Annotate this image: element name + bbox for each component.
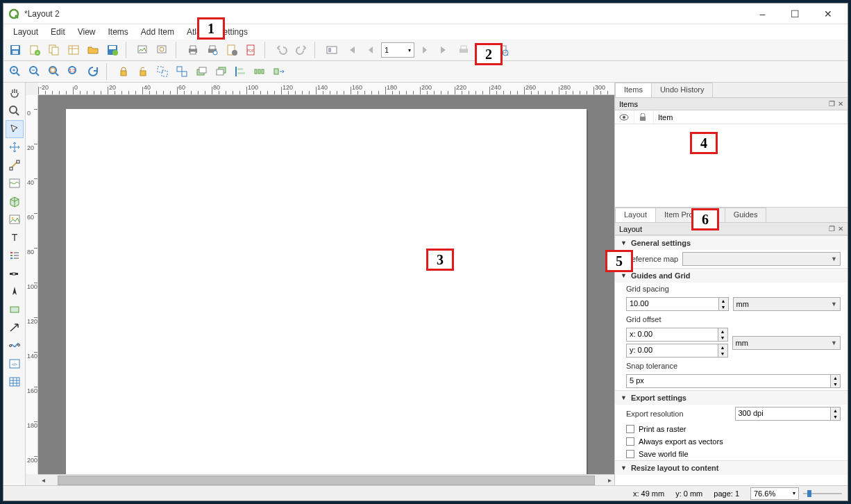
pan-tool-icon[interactable] <box>6 84 24 102</box>
print-as-raster-check[interactable]: Print as raster <box>615 423 848 435</box>
grid-offset-unit[interactable]: mm▼ <box>732 336 841 350</box>
atlas-last-icon[interactable] <box>435 41 453 59</box>
col-item-header[interactable]: Item <box>654 110 848 124</box>
lock-icon[interactable] <box>115 62 133 81</box>
atlas-first-icon[interactable] <box>342 41 360 59</box>
refresh-icon[interactable] <box>84 62 102 81</box>
grid-offset-y-input[interactable]: y: 0.00▲▼ <box>626 344 728 358</box>
section-general[interactable]: ▼General settings <box>615 236 848 250</box>
unlock-icon[interactable] <box>134 62 152 81</box>
svg-rect-45 <box>182 72 187 76</box>
print-icon[interactable] <box>184 41 202 59</box>
add-label-icon[interactable]: T <box>6 228 24 246</box>
move-content-icon[interactable] <box>6 138 24 156</box>
menu-edit[interactable]: Edit <box>45 26 71 38</box>
reference-map-combo[interactable]: ▼ <box>682 252 841 266</box>
export-svg-icon[interactable] <box>153 41 171 59</box>
ungroup-icon[interactable] <box>173 62 191 81</box>
ruler-horizontal[interactable]: -200204060801001201401601802002202402602… <box>38 83 614 95</box>
grid-offset-x-input[interactable]: x: 0.00▲▼ <box>626 328 728 342</box>
zoom-tool-icon[interactable] <box>6 102 24 120</box>
svg-rect-27 <box>328 48 331 52</box>
group-icon[interactable] <box>153 62 171 81</box>
add-nodeitem-icon[interactable] <box>6 337 24 355</box>
zoom-slider-icon[interactable] <box>802 489 843 498</box>
tab-layout-props[interactable]: Layout <box>615 208 656 222</box>
raise-icon[interactable] <box>192 62 210 81</box>
section-resize[interactable]: ▼Resize layout to content <box>615 461 848 475</box>
add-scalebar-icon[interactable] <box>6 264 24 283</box>
horizontal-scrollbar[interactable]: ◂▸ <box>38 474 614 485</box>
section-guides-grid[interactable]: ▼Guides and Grid <box>615 269 848 283</box>
grid-spacing-input[interactable]: 10.00▲▼ <box>626 297 729 311</box>
distribute-icon[interactable] <box>251 62 269 81</box>
dock-icon[interactable]: ❐ <box>829 100 835 108</box>
add-map-icon[interactable] <box>6 174 24 192</box>
add-picture-icon[interactable] <box>6 210 24 228</box>
add-arrow-icon[interactable] <box>6 319 24 337</box>
maximize-button[interactable]: ☐ <box>780 4 811 24</box>
qgis-logo-icon <box>8 8 20 20</box>
grid-spacing-unit[interactable]: mm▼ <box>733 297 841 311</box>
minimize-button[interactable]: – <box>747 4 778 24</box>
select-tool-icon[interactable] <box>6 120 24 138</box>
menu-items[interactable]: Items <box>103 26 134 38</box>
section-export[interactable]: ▼Export settings <box>615 391 848 405</box>
close-panel-icon[interactable]: ✕ <box>838 100 843 108</box>
ruler-vertical[interactable]: 020406080100120140160180200 <box>26 95 38 474</box>
always-vectors-check[interactable]: Always export as vectors <box>615 435 848 448</box>
svg-rect-40 <box>121 71 126 76</box>
add-shape-icon[interactable] <box>6 301 24 319</box>
add-table-icon[interactable] <box>6 373 24 391</box>
edit-nodes-icon[interactable] <box>6 156 24 174</box>
menu-layout[interactable]: Layout <box>8 26 44 38</box>
layout-manager-icon[interactable] <box>65 41 83 59</box>
align-left-icon[interactable] <box>231 62 249 81</box>
atlas-prev-icon[interactable] <box>362 41 380 59</box>
print-preview-icon[interactable] <box>203 41 221 59</box>
dock-icon[interactable]: ❐ <box>829 225 835 233</box>
lower-icon[interactable] <box>212 62 230 81</box>
export-image-icon[interactable] <box>134 41 152 59</box>
add-html-icon[interactable]: </> <box>6 355 24 373</box>
atlas-page-input[interactable]: 1▾ <box>381 42 414 58</box>
col-visibility-icon[interactable] <box>615 110 634 124</box>
save-world-file-check[interactable]: Save world file <box>615 448 848 460</box>
snap-tolerance-input[interactable]: 5 px▲▼ <box>626 374 841 388</box>
menu-add-item[interactable]: Add Item <box>135 26 180 38</box>
layout-viewport[interactable] <box>38 95 614 474</box>
tab-undo-history[interactable]: Undo History <box>651 83 714 97</box>
svg-rect-64 <box>10 255 12 256</box>
save-icon[interactable] <box>6 41 24 59</box>
layout-page[interactable] <box>66 109 587 474</box>
zoom-control[interactable]: 76.6%▾ <box>750 487 843 500</box>
close-button[interactable]: ✕ <box>812 4 843 24</box>
undo-icon[interactable] <box>273 41 291 59</box>
tab-guides[interactable]: Guides <box>725 208 767 222</box>
tab-items[interactable]: Items <box>615 83 652 97</box>
add-northarrow-icon[interactable] <box>6 283 24 301</box>
export-pdf-icon[interactable]: PDF <box>242 41 260 59</box>
atlas-next-icon[interactable] <box>416 41 434 59</box>
atlas-preview-icon[interactable] <box>323 41 341 59</box>
zoom-full-icon[interactable] <box>45 62 63 81</box>
close-panel-icon[interactable]: ✕ <box>838 225 843 233</box>
svg-rect-74 <box>10 378 19 386</box>
save-template-icon[interactable] <box>103 41 121 59</box>
col-lock-icon[interactable] <box>634 110 654 124</box>
zoom-out-icon[interactable] <box>26 62 44 81</box>
add-legend-icon[interactable] <box>6 246 24 264</box>
new-layout-icon[interactable]: + <box>26 41 44 59</box>
duplicate-layout-icon[interactable] <box>45 41 63 59</box>
zoom-in-icon[interactable] <box>6 62 24 81</box>
add-3dmap-icon[interactable] <box>6 192 24 210</box>
resize-icon[interactable] <box>270 62 288 81</box>
menu-view[interactable]: View <box>72 26 101 38</box>
export-resolution-input[interactable]: 300 dpi▲▼ <box>735 407 841 421</box>
atlas-print-icon[interactable] <box>455 41 473 59</box>
zoom-actual-icon[interactable]: 1:1 <box>65 62 83 81</box>
items-list[interactable]: Item <box>615 110 848 208</box>
page-setup-icon[interactable] <box>223 41 241 59</box>
redo-icon[interactable] <box>292 41 310 59</box>
open-folder-icon[interactable] <box>84 41 102 59</box>
